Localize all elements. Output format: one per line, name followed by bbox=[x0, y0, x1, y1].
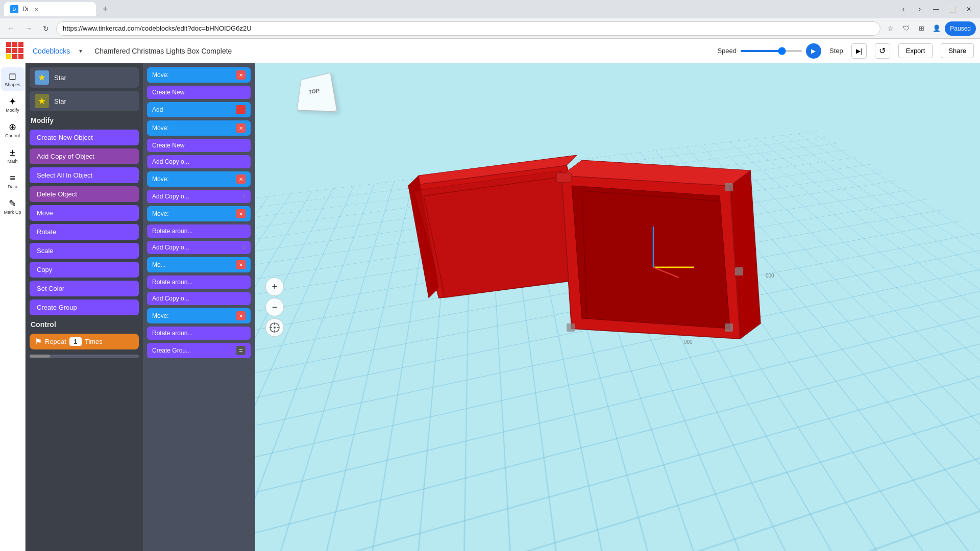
svg-rect-19 bbox=[725, 323, 733, 332]
code-block-addcopy-3[interactable]: Add Copy o... ⠿ bbox=[147, 241, 251, 254]
browser-tab[interactable]: D Di ✕ bbox=[4, 2, 96, 16]
math-label: Math bbox=[7, 159, 17, 164]
code-block-move-5[interactable]: Move: ✕ bbox=[147, 308, 251, 323]
code-block-rotate-1[interactable]: Rotate aroun... bbox=[147, 224, 251, 238]
shield-icon[interactable]: 🛡 bbox=[899, 21, 913, 36]
code-area: Move: ✕ Create New Add Move: ✕ Create Ne… bbox=[143, 63, 255, 551]
close-move-4[interactable]: ✕ bbox=[236, 209, 246, 218]
code-block-rotate-3[interactable]: Rotate aroun... bbox=[147, 327, 251, 340]
code-block-create-1[interactable]: Create New bbox=[147, 86, 251, 99]
data-icon: ≡ bbox=[10, 173, 15, 184]
markup-label: Mark Up bbox=[4, 210, 21, 215]
block-palette: ★ Star ★ Star Modify Create New Object A… bbox=[26, 63, 143, 551]
code-block-addcopy-1[interactable]: Add Copy o... bbox=[147, 155, 251, 168]
set-color-button[interactable]: Set Color bbox=[30, 281, 139, 296]
tab-close-button[interactable]: ✕ bbox=[32, 5, 40, 13]
code-block-move-1[interactable]: Move: ✕ bbox=[147, 67, 251, 83]
extensions-icon[interactable]: ⊞ bbox=[914, 21, 928, 36]
viewport[interactable]: TOP bbox=[255, 63, 980, 551]
new-tab-button[interactable]: + bbox=[98, 2, 112, 16]
code-block-move-2[interactable]: Move: ✕ bbox=[147, 120, 251, 136]
zoom-controls: + − bbox=[265, 278, 284, 337]
copy-button[interactable]: Copy bbox=[30, 262, 139, 278]
create-new-object-button[interactable]: Create New Object bbox=[30, 130, 139, 145]
shape-name-star-yellow: Star bbox=[54, 97, 66, 105]
create-group-button[interactable]: Create Group bbox=[30, 299, 139, 315]
view-cube[interactable]: TOP bbox=[296, 73, 332, 109]
forward-button[interactable]: → bbox=[21, 21, 36, 36]
bookmark-icon[interactable]: ☆ bbox=[884, 21, 898, 36]
code-block-creategroup[interactable]: Create Grou... = bbox=[147, 343, 251, 358]
scale-button[interactable]: Scale bbox=[30, 243, 139, 259]
profile-icon[interactable]: 👤 bbox=[929, 21, 944, 36]
project-title: Chamfered Christmas Lights Box Complete bbox=[94, 47, 232, 55]
code-block-move-3[interactable]: Move: ✕ bbox=[147, 171, 251, 187]
svg-text:000: 000 bbox=[766, 273, 774, 279]
rotate-button[interactable]: Rotate bbox=[30, 224, 139, 240]
step-button[interactable]: ▶| bbox=[851, 43, 867, 59]
close-move-3[interactable]: ✕ bbox=[236, 174, 246, 184]
back-button[interactable]: ← bbox=[4, 21, 18, 36]
svg-rect-18 bbox=[735, 267, 743, 276]
address-bar[interactable]: https://www.tinkercad.com/codeblocks/edi… bbox=[56, 21, 880, 36]
main-layout: ◻ Shapes ✦ Modify ⊕ Control ± Math ≡ Dat… bbox=[0, 63, 980, 551]
paused-button[interactable]: Paused bbox=[945, 21, 976, 36]
close-button[interactable]: ✕ bbox=[962, 2, 976, 16]
delete-object-button[interactable]: Delete Object bbox=[30, 186, 139, 202]
select-all-in-object-button[interactable]: Select All In Object bbox=[30, 167, 139, 183]
code-block-addcopy-2[interactable]: Add Copy o... ⠿ bbox=[147, 190, 251, 203]
move-button[interactable]: Move bbox=[30, 205, 139, 221]
app-header: Codeblocks ▾ Chamfered Christmas Lights … bbox=[0, 39, 980, 63]
sidebar-item-markup[interactable]: ✎ Mark Up bbox=[1, 195, 24, 218]
zoom-out-button[interactable]: − bbox=[265, 298, 284, 316]
shapes-icon: ◻ bbox=[9, 70, 16, 82]
minimize-button[interactable]: — bbox=[929, 2, 943, 16]
share-button[interactable]: Share bbox=[941, 43, 974, 58]
drag-handle[interactable]: ⠿ bbox=[242, 194, 246, 199]
svg-rect-16 bbox=[556, 173, 572, 182]
code-block-mo[interactable]: Mo... ✕ bbox=[147, 257, 251, 272]
speed-slider[interactable] bbox=[741, 50, 802, 52]
drag-handle-2[interactable]: ⠿ bbox=[242, 245, 246, 251]
code-block-rotate-2[interactable]: Rotate aroun... bbox=[147, 276, 251, 289]
sidebar-item-math[interactable]: ± Math bbox=[1, 144, 24, 167]
repeat-block[interactable]: ⚑ Repeat 1 Times bbox=[30, 334, 139, 349]
code-block-add[interactable]: Add bbox=[147, 102, 251, 117]
control-icon: ⊕ bbox=[9, 121, 16, 133]
modify-section-label: Modify bbox=[30, 114, 139, 127]
add-copy-of-object-button[interactable]: Add Copy of Object bbox=[30, 148, 139, 164]
tool-sidebar: ◻ Shapes ✦ Modify ⊕ Control ± Math ≡ Dat… bbox=[0, 63, 26, 551]
code-block-move-4[interactable]: Move: ✕ bbox=[147, 206, 251, 221]
shape-name-star-blue: Star bbox=[54, 74, 66, 82]
close-move-5[interactable]: ✕ bbox=[236, 311, 246, 320]
export-button[interactable]: Export bbox=[898, 43, 933, 58]
window-nav-button[interactable]: ‹ bbox=[896, 2, 911, 16]
codeblocks-dropdown-arrow[interactable]: ▾ bbox=[79, 47, 82, 55]
reset-button[interactable]: ↺ bbox=[875, 43, 890, 59]
sidebar-item-data[interactable]: ≡ Data bbox=[1, 169, 24, 193]
reload-button[interactable]: ↻ bbox=[39, 21, 53, 36]
compass-button[interactable] bbox=[265, 318, 284, 337]
close-move-2[interactable]: ✕ bbox=[236, 123, 246, 133]
maximize-button[interactable]: ⬜ bbox=[945, 2, 960, 16]
svg-point-27 bbox=[274, 327, 276, 329]
code-block-create-2[interactable]: Create New bbox=[147, 139, 251, 152]
codeblocks-link[interactable]: Codeblocks bbox=[33, 47, 70, 55]
sidebar-item-shapes[interactable]: ◻ Shapes bbox=[1, 67, 24, 91]
shape-item-star-blue[interactable]: ★ Star bbox=[30, 67, 139, 88]
close-move-1[interactable]: ✕ bbox=[236, 70, 246, 80]
view-cube-label[interactable]: TOP bbox=[297, 72, 338, 112]
window-controls: ‹ › — ⬜ ✕ bbox=[896, 2, 976, 16]
sidebar-item-modify[interactable]: ✦ Modify bbox=[1, 93, 24, 116]
play-button[interactable]: ▶ bbox=[806, 43, 821, 59]
data-label: Data bbox=[8, 185, 17, 190]
sidebar-item-control[interactable]: ⊕ Control bbox=[1, 118, 24, 142]
shape-item-star-yellow[interactable]: ★ Star bbox=[30, 91, 139, 111]
zoom-in-button[interactable]: + bbox=[265, 278, 284, 296]
close-mo[interactable]: ✕ bbox=[236, 260, 246, 269]
svg-text:★: ★ bbox=[38, 96, 46, 106]
repeat-count[interactable]: 1 bbox=[69, 337, 82, 346]
window-nav-button2[interactable]: › bbox=[913, 2, 927, 16]
code-block-addcopy-4[interactable]: Add Copy o... bbox=[147, 292, 251, 305]
shapes-label: Shapes bbox=[5, 83, 20, 88]
